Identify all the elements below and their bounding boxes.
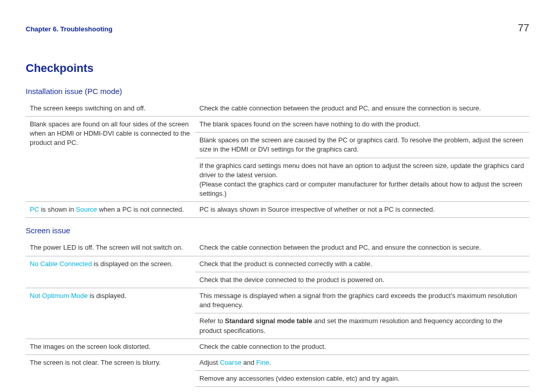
solution-cell: Check the cable connection between the p… [195, 101, 529, 117]
solution-cell: Check the cable connection between the p… [195, 240, 529, 256]
solution-cell: If the graphics card settings menu does … [195, 158, 529, 202]
table-row: The screen is not clear. The screen is b… [26, 354, 529, 370]
solution-cell: PC is always shown in Source irrespectiv… [195, 202, 529, 218]
table-row: Not Optimum Mode is displayed.This messa… [26, 288, 529, 313]
issue-cell: The screen is not clear. The screen is b… [26, 354, 195, 392]
issue-cell: PC is shown in Source when a PC is not c… [26, 202, 195, 218]
solution-cell: Refer to Standard signal mode table and … [195, 313, 529, 339]
issue-cell: Blank spaces are found on all four sides… [26, 116, 195, 201]
solution-cell: Check that the device connected to the p… [195, 272, 529, 288]
issue-cell: The images on the screen look distorted. [26, 339, 195, 354]
solution-cell: Adjust Coarse and Fine. [195, 354, 529, 370]
troubleshoot-table: The power LED is off. The screen will no… [26, 240, 529, 392]
table-row: The images on the screen look distorted.… [26, 339, 529, 354]
section-heading: Screen issue [26, 225, 529, 236]
page-number: 77 [518, 21, 529, 35]
solution-cell: Check the cable connection to the produc… [195, 339, 529, 354]
issue-cell: The power LED is off. The screen will no… [26, 240, 195, 256]
table-row: The screen keeps switching on and off.Ch… [26, 101, 529, 117]
section-heading: Installation issue (PC mode) [26, 86, 529, 97]
page-title: Checkpoints [26, 61, 529, 77]
solution-cell: Remove any accessories (video extension … [195, 371, 529, 387]
table-row: The power LED is off. The screen will no… [26, 240, 529, 256]
chapter-label: Chapter 6. Troubleshooting [26, 25, 113, 34]
solution-cell: Blank spaces on the screen are caused by… [195, 133, 529, 158]
solution-cell: This message is displayed when a signal … [195, 288, 529, 313]
solution-cell: The blank spaces found on the screen hav… [195, 116, 529, 132]
issue-cell: Not Optimum Mode is displayed. [26, 288, 195, 339]
table-row: Blank spaces are found on all four sides… [26, 116, 529, 132]
issue-cell: No Cable Connected is displayed on the s… [26, 256, 195, 288]
table-row: No Cable Connected is displayed on the s… [26, 256, 529, 272]
solution-cell: Set the resolution and frequency to the … [195, 387, 529, 392]
table-row: PC is shown in Source when a PC is not c… [26, 202, 529, 218]
troubleshoot-table: The screen keeps switching on and off.Ch… [26, 101, 529, 218]
issue-cell: The screen keeps switching on and off. [26, 101, 195, 117]
content-area: Installation issue (PC mode)The screen k… [26, 86, 529, 392]
page-header: Chapter 6. Troubleshooting 77 [26, 21, 529, 35]
solution-cell: Check that the product is connected corr… [195, 256, 529, 272]
